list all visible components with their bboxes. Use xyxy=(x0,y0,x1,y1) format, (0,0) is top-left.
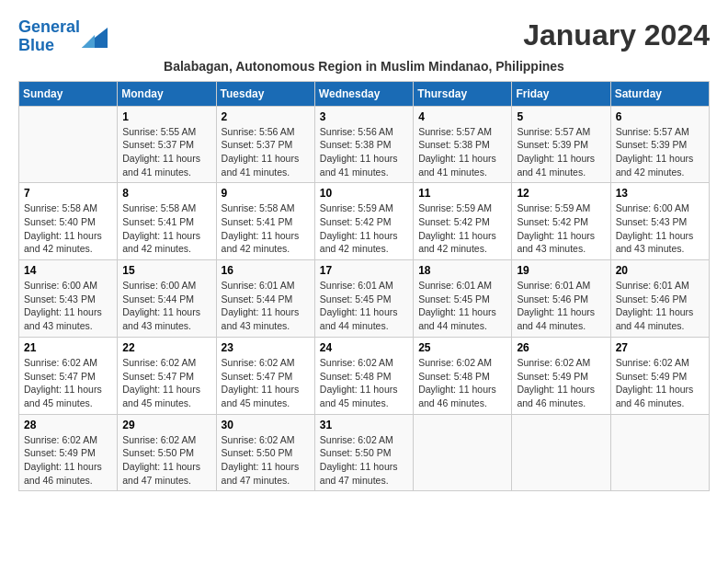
day-info: Sunrise: 6:00 AM Sunset: 5:43 PM Dayligh… xyxy=(616,201,704,256)
calendar-cell: 14Sunrise: 6:00 AM Sunset: 5:43 PM Dayli… xyxy=(19,260,118,338)
day-info: Sunrise: 5:59 AM Sunset: 5:42 PM Dayligh… xyxy=(418,201,506,256)
day-info: Sunrise: 6:02 AM Sunset: 5:48 PM Dayligh… xyxy=(418,356,506,410)
day-info: Sunrise: 6:02 AM Sunset: 5:49 PM Dayligh… xyxy=(616,356,704,410)
calendar-table: SundayMondayTuesdayWednesdayThursdayFrid… xyxy=(18,81,710,492)
day-info: Sunrise: 6:02 AM Sunset: 5:50 PM Dayligh… xyxy=(222,433,310,488)
calendar-cell: 27Sunrise: 6:02 AM Sunset: 5:49 PM Dayli… xyxy=(610,337,709,414)
day-info: Sunrise: 5:58 AM Sunset: 5:41 PM Dayligh… xyxy=(122,201,210,256)
day-info: Sunrise: 6:00 AM Sunset: 5:44 PM Dayligh… xyxy=(122,279,210,333)
calendar-cell: 8Sunrise: 5:58 AM Sunset: 5:41 PM Daylig… xyxy=(118,183,216,260)
day-number: 23 xyxy=(222,341,310,354)
calendar-cell: 3Sunrise: 5:56 AM Sunset: 5:38 PM Daylig… xyxy=(314,106,413,183)
day-info: Sunrise: 6:02 AM Sunset: 5:47 PM Dayligh… xyxy=(222,356,310,410)
page-header: General Blue January 2024 xyxy=(18,18,710,55)
svg-marker-1 xyxy=(82,35,95,48)
calendar-cell: 15Sunrise: 6:00 AM Sunset: 5:44 PM Dayli… xyxy=(118,260,216,338)
day-info: Sunrise: 6:02 AM Sunset: 5:48 PM Dayligh… xyxy=(320,356,408,410)
day-info: Sunrise: 6:02 AM Sunset: 5:47 PM Dayligh… xyxy=(24,356,112,410)
day-info: Sunrise: 5:56 AM Sunset: 5:37 PM Dayligh… xyxy=(222,125,310,179)
day-number: 16 xyxy=(222,264,310,277)
calendar-cell: 9Sunrise: 5:58 AM Sunset: 5:41 PM Daylig… xyxy=(216,183,314,260)
day-info: Sunrise: 5:57 AM Sunset: 5:39 PM Dayligh… xyxy=(616,125,704,179)
calendar-cell: 5Sunrise: 5:57 AM Sunset: 5:39 PM Daylig… xyxy=(512,106,610,183)
day-number: 1 xyxy=(122,110,210,123)
logo: General Blue xyxy=(18,18,104,55)
calendar-header-row: SundayMondayTuesdayWednesdayThursdayFrid… xyxy=(19,81,710,106)
day-info: Sunrise: 5:55 AM Sunset: 5:37 PM Dayligh… xyxy=(122,125,210,179)
day-info: Sunrise: 6:00 AM Sunset: 5:43 PM Dayligh… xyxy=(24,279,112,333)
day-number: 4 xyxy=(418,110,506,123)
day-number: 28 xyxy=(24,419,112,431)
calendar-cell xyxy=(19,106,118,183)
calendar-week-row: 1Sunrise: 5:55 AM Sunset: 5:37 PM Daylig… xyxy=(19,106,710,183)
calendar-cell: 26Sunrise: 6:02 AM Sunset: 5:49 PM Dayli… xyxy=(512,337,610,414)
day-number: 11 xyxy=(418,187,506,200)
calendar-cell: 6Sunrise: 5:57 AM Sunset: 5:39 PM Daylig… xyxy=(610,106,709,183)
day-info: Sunrise: 6:02 AM Sunset: 5:50 PM Dayligh… xyxy=(122,433,210,488)
day-number: 15 xyxy=(122,264,210,277)
logo-icon xyxy=(82,28,104,46)
day-number: 18 xyxy=(418,264,506,277)
calendar-cell: 24Sunrise: 6:02 AM Sunset: 5:48 PM Dayli… xyxy=(314,337,413,414)
calendar-cell: 1Sunrise: 5:55 AM Sunset: 5:37 PM Daylig… xyxy=(118,106,216,183)
calendar-cell: 30Sunrise: 6:02 AM Sunset: 5:50 PM Dayli… xyxy=(216,414,314,491)
day-of-week-header: Tuesday xyxy=(216,81,314,106)
calendar-cell xyxy=(414,414,512,491)
day-number: 25 xyxy=(418,341,506,354)
day-number: 8 xyxy=(122,187,210,200)
day-info: Sunrise: 6:01 AM Sunset: 5:46 PM Dayligh… xyxy=(616,279,704,333)
day-number: 10 xyxy=(320,187,408,200)
day-of-week-header: Monday xyxy=(118,81,216,106)
day-info: Sunrise: 6:02 AM Sunset: 5:49 PM Dayligh… xyxy=(24,433,112,488)
day-info: Sunrise: 6:01 AM Sunset: 5:45 PM Dayligh… xyxy=(418,279,506,333)
day-of-week-header: Sunday xyxy=(19,81,118,106)
logo-line2: Blue xyxy=(18,36,54,54)
day-info: Sunrise: 6:02 AM Sunset: 5:49 PM Dayligh… xyxy=(517,356,605,410)
day-info: Sunrise: 5:58 AM Sunset: 5:41 PM Dayligh… xyxy=(222,201,310,256)
calendar-week-row: 7Sunrise: 5:58 AM Sunset: 5:40 PM Daylig… xyxy=(19,183,710,260)
day-number: 5 xyxy=(517,110,605,123)
day-number: 26 xyxy=(517,341,605,354)
day-number: 24 xyxy=(320,341,408,354)
calendar-cell: 17Sunrise: 6:01 AM Sunset: 5:45 PM Dayli… xyxy=(314,260,413,338)
calendar-cell: 10Sunrise: 5:59 AM Sunset: 5:42 PM Dayli… xyxy=(314,183,413,260)
day-info: Sunrise: 5:58 AM Sunset: 5:40 PM Dayligh… xyxy=(24,201,112,256)
calendar-cell: 19Sunrise: 6:01 AM Sunset: 5:46 PM Dayli… xyxy=(512,260,610,338)
day-info: Sunrise: 6:02 AM Sunset: 5:47 PM Dayligh… xyxy=(122,356,210,410)
day-info: Sunrise: 5:57 AM Sunset: 5:38 PM Dayligh… xyxy=(418,125,506,179)
calendar-subtitle: Balabagan, Autonomous Region in Muslim M… xyxy=(18,59,710,74)
calendar-week-row: 28Sunrise: 6:02 AM Sunset: 5:49 PM Dayli… xyxy=(19,414,710,491)
day-number: 13 xyxy=(616,187,704,200)
day-number: 3 xyxy=(320,110,408,123)
calendar-cell xyxy=(512,414,610,491)
day-number: 7 xyxy=(24,187,112,200)
day-number: 30 xyxy=(222,419,310,431)
logo-text: General Blue xyxy=(18,18,80,55)
calendar-cell: 16Sunrise: 6:01 AM Sunset: 5:44 PM Dayli… xyxy=(216,260,314,338)
day-number: 12 xyxy=(517,187,605,200)
day-info: Sunrise: 5:57 AM Sunset: 5:39 PM Dayligh… xyxy=(517,125,605,179)
day-number: 19 xyxy=(517,264,605,277)
day-info: Sunrise: 5:59 AM Sunset: 5:42 PM Dayligh… xyxy=(320,201,408,256)
day-number: 9 xyxy=(222,187,310,200)
calendar-cell: 29Sunrise: 6:02 AM Sunset: 5:50 PM Dayli… xyxy=(118,414,216,491)
day-number: 20 xyxy=(616,264,704,277)
calendar-cell: 25Sunrise: 6:02 AM Sunset: 5:48 PM Dayli… xyxy=(414,337,512,414)
day-of-week-header: Thursday xyxy=(414,81,512,106)
day-number: 21 xyxy=(24,341,112,354)
day-number: 22 xyxy=(122,341,210,354)
day-of-week-header: Friday xyxy=(512,81,610,106)
calendar-cell: 21Sunrise: 6:02 AM Sunset: 5:47 PM Dayli… xyxy=(19,337,118,414)
day-number: 2 xyxy=(222,110,310,123)
calendar-cell: 11Sunrise: 5:59 AM Sunset: 5:42 PM Dayli… xyxy=(414,183,512,260)
calendar-week-row: 14Sunrise: 6:00 AM Sunset: 5:43 PM Dayli… xyxy=(19,260,710,338)
day-info: Sunrise: 6:01 AM Sunset: 5:46 PM Dayligh… xyxy=(517,279,605,333)
day-number: 27 xyxy=(616,341,704,354)
calendar-cell: 2Sunrise: 5:56 AM Sunset: 5:37 PM Daylig… xyxy=(216,106,314,183)
day-number: 31 xyxy=(320,419,408,431)
calendar-cell: 28Sunrise: 6:02 AM Sunset: 5:49 PM Dayli… xyxy=(19,414,118,491)
calendar-cell: 13Sunrise: 6:00 AM Sunset: 5:43 PM Dayli… xyxy=(610,183,709,260)
day-number: 17 xyxy=(320,264,408,277)
calendar-cell: 4Sunrise: 5:57 AM Sunset: 5:38 PM Daylig… xyxy=(414,106,512,183)
calendar-cell: 7Sunrise: 5:58 AM Sunset: 5:40 PM Daylig… xyxy=(19,183,118,260)
